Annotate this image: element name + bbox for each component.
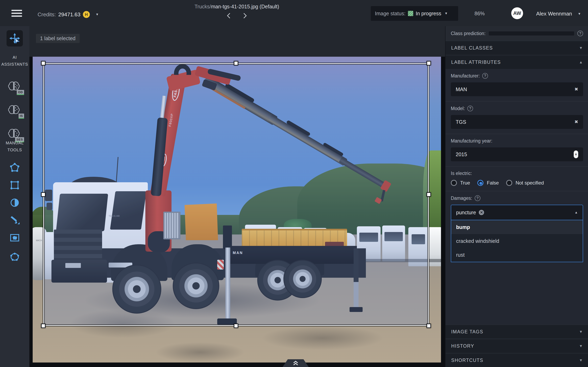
selected-label-bounding-box[interactable] [43,63,429,326]
model-input[interactable]: TGS ✖ [451,115,583,129]
year-label: Manufacturing year: [451,138,492,144]
chevron-up-icon: ▲ [575,211,578,214]
ellipse-tool-button[interactable] [9,252,20,262]
damages-option[interactable]: bump [451,220,583,234]
section-label-attributes[interactable]: LABEL ATTRIBUTES ▲ [445,55,588,69]
move-tool-button[interactable] [7,30,23,47]
user-menu[interactable]: Alex Wennman ▼ [536,11,581,17]
polygon-tool-button[interactable] [9,162,20,173]
contrast-threshold-tool-button[interactable] [9,197,20,208]
resize-handle-ne[interactable] [426,61,431,66]
resize-handle-e[interactable] [426,192,431,197]
chevron-down-icon: ▼ [579,46,583,50]
avatar: AW [511,7,523,19]
chevron-down-icon: ▼ [579,344,583,348]
move-cursor-icon [9,33,20,44]
damages-option[interactable]: rust [451,248,583,262]
double-chevron-up-icon [293,360,298,366]
resize-handle-se[interactable] [426,324,431,328]
resize-handle-sw[interactable] [41,324,45,328]
brain-is-icon [8,104,20,115]
resize-handle-w[interactable] [41,192,45,197]
clear-icon[interactable]: ✖ [575,119,578,125]
manufacturer-label: Manufacturer: [451,73,480,79]
image-status-value: In progress [416,11,441,17]
file-variant: (Default) [259,4,279,9]
manufacturer-group: Manufacturer: ? MAN ✖ [445,69,588,101]
top-bar: Credits: 29471.63 H ▼ Trucks/man-tgs-41-… [0,0,588,26]
section-history[interactable]: HISTORY ▼ [445,339,588,353]
manufacturer-input[interactable]: MAN ✖ [451,82,583,96]
damages-group: Damages: ? puncture ✕ ▲ bump cracked win… [445,191,588,267]
radio-false[interactable] [477,180,484,186]
brush-icon [9,215,20,225]
tool-sidebar: AI ASSISTANTS OD IS [0,26,29,367]
bounding-box-icon [9,180,20,191]
zoom-level: 86% [475,11,485,17]
image-status-label: Image status: [375,11,406,17]
radio-not-specified[interactable] [506,180,512,186]
model-group: Model: ? TGS ✖ [445,101,588,134]
image-labeling-app: Credits: 29471.63 H ▼ Trucks/man-tgs-41-… [0,0,588,367]
chevron-down-icon: ▼ [444,12,448,15]
class-prediction-row: Class prediction: ? [445,26,588,41]
remove-tag-icon[interactable]: ✕ [479,210,484,215]
is-electric-group: Is electric: True False Not specified [445,167,588,191]
number-stepper[interactable]: ▲▼ [574,150,578,158]
ellipse-icon [9,252,20,262]
next-image-button[interactable] [242,12,248,19]
chevron-up-icon: ▲ [579,60,583,64]
damages-options-list: bump cracked windshield rust [451,220,583,262]
class-prediction-label: Class prediction: [451,31,485,36]
mask-tool-button[interactable] [9,233,20,243]
class-prediction-input[interactable] [489,31,574,35]
mask-icon [9,233,20,243]
previous-image-button[interactable] [226,12,232,19]
resize-handle-nw[interactable] [41,61,45,66]
bounding-box-tool-button[interactable] [9,180,20,191]
damages-multiselect[interactable]: puncture ✕ ▲ [451,205,583,220]
resize-handle-s[interactable] [234,324,238,328]
object-detection-assistant-button[interactable]: OD [8,81,22,94]
section-image-tags[interactable]: IMAGE TAGS ▼ [445,325,588,338]
breadcrumb: Trucks/ [195,4,211,9]
status-in-progress-icon [408,11,413,16]
year-input[interactable]: 2015 ▲▼ [451,147,583,161]
manual-tools-label: MANUAL TOOLS [0,140,29,153]
chevron-down-icon: ▼ [579,330,583,334]
user-name: Alex Wennman [536,11,572,17]
truck-photo[interactable]: MACH [33,57,441,363]
help-icon: ? [475,195,480,201]
chevron-down-icon: ▼ [578,12,581,16]
selected-damage-tag: puncture [456,210,476,216]
annotation-canvas[interactable]: 1 label selected MACH [29,26,445,367]
help-icon: ? [467,106,473,111]
help-icon: ? [577,31,583,36]
ai-assistants-label: AI ASSISTANTS [0,54,29,68]
label-attributes-body: Manufacturer: ? MAN ✖ Model: ? TGS ✖ [445,69,588,351]
help-icon: ? [482,73,488,79]
semantic-segmentation-assistant-button[interactable]: SES [8,128,22,141]
is-electric-label: Is electric: [451,171,472,176]
year-group: Manufacturing year: 2015 ▲▼ [445,134,588,167]
clear-icon[interactable]: ✖ [575,87,578,92]
polygon-icon [9,162,20,173]
image-status-dropdown[interactable]: Image status: In progress ▼ [371,6,458,21]
model-label: Model: [451,106,465,111]
canvas-top-strip: 1 label selected [29,26,445,57]
selection-status: 1 label selected [36,34,80,43]
label-panel: Class prediction: ? LABEL CLASSES ▼ LABE… [445,26,588,367]
brush-tool-button[interactable] [9,215,20,225]
radio-true[interactable] [451,180,457,186]
damages-label: Damages: [451,196,472,201]
resize-handle-n[interactable] [234,61,238,66]
section-label-classes[interactable]: LABEL CLASSES ▼ [445,41,588,55]
contrast-icon [9,197,20,208]
instance-segmentation-assistant-button[interactable]: IS [8,104,22,117]
file-name: man-tgs-41-2015.jpg [211,4,258,9]
damages-option[interactable]: cracked windshield [451,234,583,248]
section-shortcuts[interactable]: SHORTCUTS ▼ [445,353,588,367]
chevron-down-icon: ▼ [579,359,583,362]
